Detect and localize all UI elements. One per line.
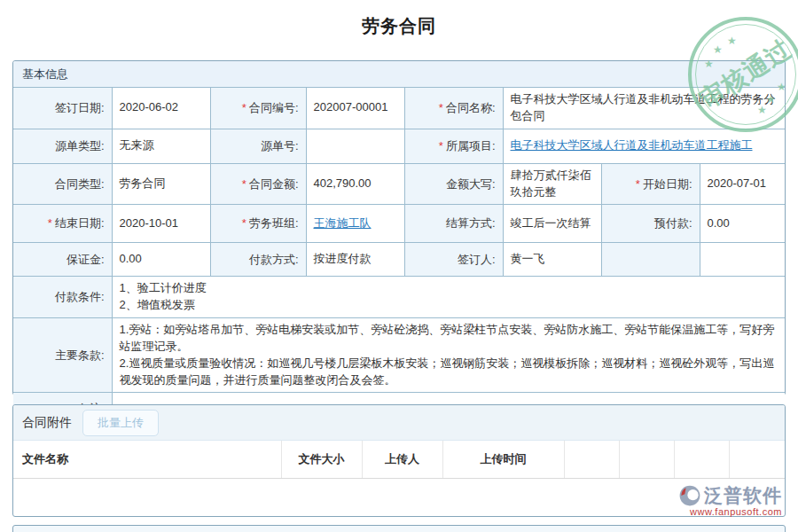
field-label: *合同编号: [210, 88, 306, 129]
vendor-name: 泛普软件 [704, 483, 782, 508]
field-value: 电子科技大学区域人行道及非机动车道工程施工 [503, 129, 785, 163]
basic-info-section-title: 基本信息 [13, 61, 785, 88]
required-asterisk: * [242, 216, 246, 230]
field-value: 无来源 [112, 129, 210, 163]
field-link[interactable]: 王海施工队 [314, 216, 372, 230]
files-col-header: 文件名称 [13, 441, 281, 478]
required-asterisk: * [439, 101, 443, 114]
field-label: 签订人: [404, 243, 503, 277]
field-label: *所属项目: [404, 129, 503, 163]
field-value: 电子科技大学区域人行道及非机动车道工程的劳务分包合同 [503, 88, 785, 129]
required-asterisk: * [48, 216, 52, 230]
attachments-panel: 合同附件 批量上传 文件名称文件大小上传人上传时间 [12, 404, 786, 517]
field-label: 保证金: [13, 243, 112, 277]
field-value: 竣工后一次结算 [503, 205, 601, 243]
field-value: 1.旁站：如旁站塔吊加节、旁站电梯安装或加节、旁站砼浇捣、旁站梁柱节点安装、旁站… [112, 318, 785, 393]
files-col-header [619, 441, 674, 478]
field-value: 402,790.00 [306, 163, 404, 205]
fanpu-logo-icon [677, 483, 702, 508]
field-label: 付款条件: [13, 277, 112, 318]
batch-upload-button[interactable]: 批量上传 [82, 410, 159, 436]
field-row: 保证金:0.00付款方式:按进度付款签订人:黄一飞 [13, 243, 785, 277]
field-row: 源单类型:无来源源单号:*所属项目:电子科技大学区域人行道及非机动车道工程施工 [13, 129, 785, 163]
field-label: 源单号: [210, 129, 306, 163]
field-value: 肆拾万贰仟柒佰玖拾元整 [503, 163, 601, 205]
field-label: 合同类型: [13, 163, 112, 205]
basic-info-body: 签订日期:2020-06-02*合同编号:202007-00001*合同名称:电… [13, 88, 785, 425]
field-label [601, 243, 700, 277]
files-col-header [729, 441, 785, 478]
field-label: 签订日期: [13, 88, 112, 129]
next-panel-edge [12, 525, 786, 532]
field-row: 主要条款:1.旁站：如旁站塔吊加节、旁站电梯安装或加节、旁站砼浇捣、旁站梁柱节点… [13, 318, 785, 393]
field-label: *开始日期: [601, 163, 700, 205]
required-asterisk: * [636, 177, 640, 191]
field-value: 2020-10-01 [112, 205, 210, 243]
basic-info-table: 签订日期:2020-06-02*合同编号:202007-00001*合同名称:电… [13, 88, 785, 425]
field-value: 2020-07-01 [700, 163, 785, 205]
vendor-url: www.fanpusoft.com [677, 506, 794, 517]
field-label: 付款方式: [210, 243, 306, 277]
vendor-watermark: 泛普软件 www.fanpusoft.com [677, 483, 794, 517]
field-label: 金额大写: [404, 163, 503, 205]
files-col-header [564, 441, 619, 478]
field-label: *合同名称: [404, 88, 503, 129]
files-col-header: 上传时间 [442, 441, 564, 478]
required-asterisk: * [242, 177, 246, 191]
page-title: 劳务合同 [0, 14, 798, 38]
field-label: 预付款: [601, 205, 700, 243]
field-value: 2020-06-02 [112, 88, 210, 129]
field-value: 按进度付款 [306, 243, 404, 277]
field-value: 0.00 [700, 205, 785, 243]
field-value: 劳务合同 [112, 163, 210, 205]
basic-info-panel: 基本信息 签订日期:2020-06-02*合同编号:202007-00001*合… [12, 60, 786, 395]
field-label: *合同金额: [210, 163, 306, 205]
field-row: 付款条件:1、验工计价进度 2、增值税发票 [13, 277, 785, 318]
attachments-section-title: 合同附件 [22, 415, 72, 431]
field-value: 1、验工计价进度 2、增值税发票 [112, 277, 785, 318]
star-icon: ★ [713, 43, 723, 56]
files-col-header [674, 441, 729, 478]
field-label: 结算方式: [404, 205, 503, 243]
field-label: *结束日期: [13, 205, 112, 243]
field-value: 0.00 [112, 243, 210, 277]
field-row: *结束日期:2020-10-01*劳务班组:王海施工队结算方式:竣工后一次结算预… [13, 205, 785, 243]
field-row: 签订日期:2020-06-02*合同编号:202007-00001*合同名称:电… [13, 88, 785, 129]
field-value [700, 243, 785, 277]
files-col-header: 文件大小 [281, 441, 362, 478]
field-label: 源单类型: [13, 129, 112, 163]
required-asterisk: * [439, 139, 443, 153]
field-label: *劳务班组: [210, 205, 306, 243]
files-col-header: 上传人 [362, 441, 442, 478]
attachments-header: 合同附件 批量上传 [13, 405, 785, 441]
field-link[interactable]: 电子科技大学区域人行道及非机动车道工程施工 [511, 138, 753, 152]
field-value: 王海施工队 [306, 205, 404, 243]
files-header-row: 文件名称文件大小上传人上传时间 [13, 441, 785, 478]
field-value: 202007-00001 [306, 88, 404, 129]
field-row: 合同类型:劳务合同*合同金额:402,790.00金额大写:肆拾万贰仟柒佰玖拾元… [13, 163, 785, 205]
field-value: 黄一飞 [503, 243, 601, 277]
attachments-table: 文件名称文件大小上传人上传时间 [13, 441, 785, 479]
field-value [306, 129, 404, 163]
required-asterisk: * [242, 101, 246, 114]
field-label: 主要条款: [13, 318, 112, 393]
